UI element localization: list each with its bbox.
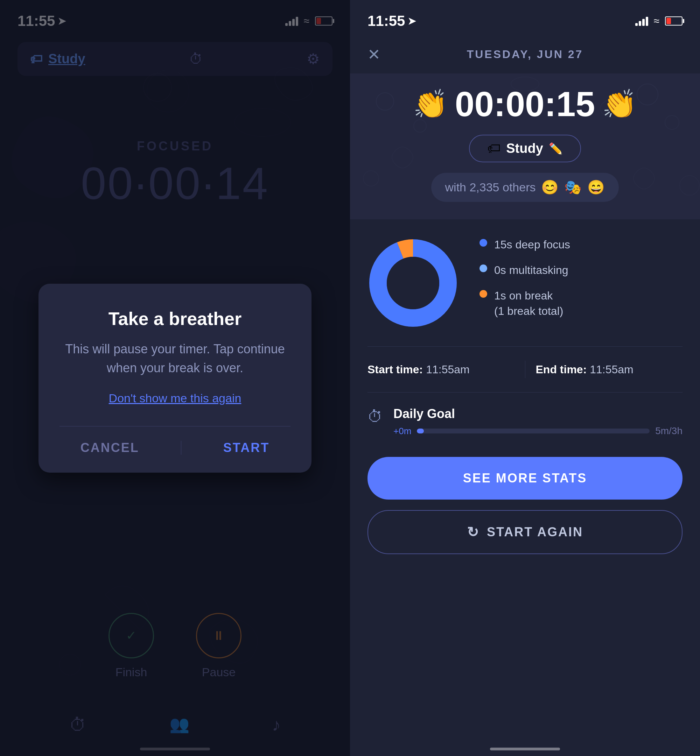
location-arrow-icon-right: ➤ xyxy=(408,16,416,27)
legend-break: 1s on break(1 break total) xyxy=(480,288,683,320)
right-panel: 11:55 ➤ ≈ ✕ TUESDAY, JUN 27 xyxy=(350,0,700,756)
divider-2 xyxy=(367,392,683,393)
daily-goal-title: Daily Goal xyxy=(394,407,683,421)
home-indicator-right xyxy=(490,748,560,750)
status-bar-right: 11:55 ➤ ≈ xyxy=(350,0,700,35)
progress-bar-bg xyxy=(417,429,650,433)
battery-icon-right xyxy=(665,16,683,25)
start-again-label: START AGAIN xyxy=(487,525,583,539)
badge-tag-icon: 🏷 xyxy=(487,141,500,156)
legend-multitasking: 0s multitasking xyxy=(480,262,683,278)
goal-ratio: 5m/3h xyxy=(655,426,683,436)
goal-plus-text: +0m xyxy=(394,426,411,436)
multitasking-text: 0s multitasking xyxy=(494,262,569,278)
status-time-right: 11:55 ➤ xyxy=(367,12,416,30)
avatar-1: 😊 xyxy=(541,179,559,196)
goal-timer-icon: ⏱ xyxy=(367,408,383,426)
edit-icon[interactable]: ✏️ xyxy=(549,142,563,155)
study-badge: 🏷 Study ✏️ xyxy=(367,135,683,162)
left-panel: 11:55 ➤ ≈ 🏷 Study ⏱ ⚙ FOCUSED 00·00·14 T… xyxy=(0,0,350,756)
deep-focus-dot xyxy=(480,239,487,246)
header-date: TUESDAY, JUN 27 xyxy=(467,48,583,61)
others-text: with 2,335 others xyxy=(445,181,536,194)
progress-bar-fill xyxy=(417,429,424,433)
deep-focus-text: 15s deep focus xyxy=(494,237,570,253)
main-timer-display: 00:00:15 xyxy=(455,84,595,124)
end-time-col: End time: 11:55am xyxy=(536,363,683,376)
modal-buttons: CANCEL START xyxy=(59,440,291,455)
goal-content: Daily Goal +0m 5m/3h xyxy=(394,407,683,440)
with-others-pill[interactable]: with 2,335 others 😊 🎭 😄 xyxy=(431,173,619,202)
avatar-3: 😄 xyxy=(587,179,605,196)
status-icons-right: ≈ xyxy=(635,15,683,27)
dont-show-link[interactable]: Don't show me this again xyxy=(59,391,291,405)
donut-legend: 15s deep focus 0s multitasking 1s on bre… xyxy=(480,237,683,329)
cancel-button[interactable]: CANCEL xyxy=(81,440,139,455)
start-time-col: Start time: 11:55am xyxy=(367,363,514,376)
modal-title: Take a breather xyxy=(59,308,291,329)
time-row: Start time: 11:55am End time: 11:55am xyxy=(367,361,683,378)
break-dot xyxy=(480,290,487,298)
signal-icon-right xyxy=(635,16,648,26)
wifi-icon-right: ≈ xyxy=(654,15,659,27)
clap-right-emoji: 👏 xyxy=(602,88,637,121)
avatar-2: 🎭 xyxy=(564,179,582,196)
svg-point-15 xyxy=(387,257,439,309)
see-more-stats-button[interactable]: SEE MORE STATS xyxy=(367,457,683,500)
end-time-label: End time: xyxy=(536,363,590,376)
close-button[interactable]: ✕ xyxy=(367,45,380,63)
start-button[interactable]: START xyxy=(223,440,269,455)
study-badge-inner[interactable]: 🏷 Study ✏️ xyxy=(469,135,581,162)
multitasking-dot xyxy=(480,265,487,272)
stats-section: 15s deep focus 0s multitasking 1s on bre… xyxy=(350,219,700,572)
right-header: ✕ TUESDAY, JUN 27 xyxy=(350,35,700,73)
divider-1 xyxy=(367,346,683,347)
right-top-section: 👏 00:00:15 👏 🏷 Study ✏️ with 2,335 other… xyxy=(350,73,700,219)
modal-description: This will pause your timer. Tap continue… xyxy=(59,340,291,377)
big-timer: 👏 00:00:15 👏 xyxy=(367,84,683,124)
time-col-divider xyxy=(525,361,525,378)
button-divider xyxy=(181,441,181,455)
donut-row: 15s deep focus 0s multitasking 1s on bre… xyxy=(367,237,683,329)
modal-box: Take a breather This will pause your tim… xyxy=(39,284,311,472)
with-others: with 2,335 others 😊 🎭 😄 xyxy=(367,173,683,202)
daily-goal-row: ⏱ Daily Goal +0m 5m/3h xyxy=(367,407,683,440)
badge-study-label: Study xyxy=(506,141,543,156)
donut-chart xyxy=(367,237,458,329)
legend-deep-focus: 15s deep focus xyxy=(480,237,683,253)
refresh-icon: ↻ xyxy=(467,524,480,540)
break-text: 1s on break(1 break total) xyxy=(494,288,563,320)
start-time-value: 11:55am xyxy=(426,363,470,376)
clap-left-emoji: 👏 xyxy=(413,88,448,121)
end-time-value: 11:55am xyxy=(590,363,633,376)
start-time-label: Start time: xyxy=(367,363,426,376)
start-again-button[interactable]: ↻ START AGAIN xyxy=(367,510,683,554)
goal-progress-row: +0m 5m/3h xyxy=(394,426,683,436)
time-display-right: 11:55 xyxy=(367,12,405,30)
modal-overlay: Take a breather This will pause your tim… xyxy=(0,0,350,756)
